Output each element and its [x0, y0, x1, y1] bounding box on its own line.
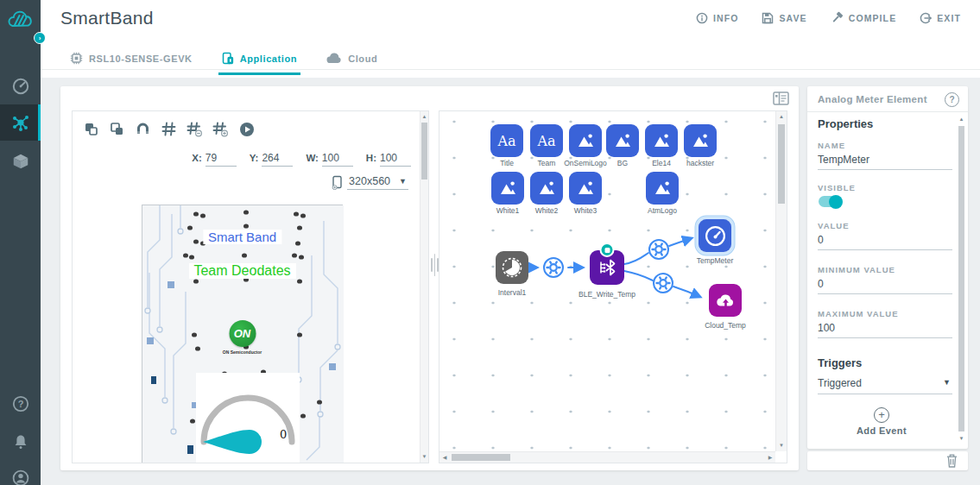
properties-scrollbar[interactable]: ▲ ▼	[958, 115, 965, 444]
compile-icon	[831, 11, 844, 24]
w-field-input[interactable]: 100	[322, 152, 353, 167]
node-label: BLE_Write_Temp	[577, 290, 637, 299]
element-node-ele14[interactable]	[645, 124, 678, 157]
node-editor-canvas[interactable]: Aa Title Aa Team OnSemiLogo BG Ele14 hac…	[439, 110, 787, 463]
element-node-white2[interactable]	[530, 172, 563, 205]
interval-clock-icon	[501, 256, 523, 279]
element-node-atmlogo[interactable]	[646, 172, 679, 205]
page-title: SmartBand	[60, 8, 154, 28]
scroll-down-arrow[interactable]: ▼	[958, 434, 965, 444]
ui-designer-panel: X:79 Y:264 W:100 H:100 320x560▼	[72, 110, 429, 463]
bluetooth-icon	[596, 256, 618, 279]
element-node-hackster[interactable]	[684, 124, 717, 157]
scroll-down-arrow[interactable]: ▼	[776, 441, 787, 450]
help-icon[interactable]: ?	[945, 92, 959, 107]
device-size-value: 320x560	[349, 175, 390, 187]
sidebar-expand-badge[interactable]: ›	[34, 32, 46, 44]
send-backward-icon[interactable]	[109, 121, 125, 137]
snap-magnet-icon[interactable]	[135, 121, 151, 137]
minimum-value-label: MINIMUM VALUE	[818, 265, 895, 274]
header-actions: INFO SAVE COMPILE EXIT	[696, 11, 961, 24]
flow-node-ble-write-temp[interactable]	[590, 250, 624, 285]
name-field-input[interactable]: TempMeter	[818, 154, 952, 170]
node-label: hackster	[670, 159, 730, 167]
header: SmartBand INFO SAVE COMPILE	[41, 0, 980, 78]
element-node-white1[interactable]	[491, 172, 524, 205]
maximum-value-input[interactable]: 100	[818, 322, 952, 338]
scrollbar-thumb[interactable]	[778, 124, 785, 204]
node-label: AtmLogo	[632, 206, 692, 215]
element-node-onsemilogo[interactable]	[569, 124, 602, 157]
scroll-right-arrow[interactable]: ▶	[765, 452, 775, 463]
image-icon	[690, 130, 711, 151]
preview-app-title[interactable]: Smart Band	[203, 230, 281, 244]
w-field-label: W:	[306, 153, 318, 163]
info-button[interactable]: INFO	[696, 11, 738, 24]
panel-splitter-handle[interactable]	[431, 250, 439, 280]
designer-scrollbar[interactable]: ▲ ▼	[420, 111, 428, 463]
compile-button[interactable]: COMPILE	[831, 11, 897, 24]
chevron-down-icon: ▼	[399, 177, 407, 186]
panel-layout-toggle-icon[interactable]	[773, 91, 792, 108]
flow-node-interval1[interactable]	[496, 251, 528, 284]
scroll-up-arrow[interactable]: ▲	[958, 115, 965, 124]
node-editor-horizontal-scrollbar[interactable]: ◀ ▶	[439, 451, 775, 463]
grid-icon[interactable]	[161, 121, 177, 137]
meter-value-label: 0	[280, 428, 287, 441]
node-label: TempMeter	[685, 256, 745, 265]
preview-team-name[interactable]: Team Deodates	[188, 263, 295, 279]
x-field-input[interactable]: 79	[205, 152, 237, 167]
analog-meter-widget[interactable]: 0	[196, 373, 300, 463]
scroll-down-arrow[interactable]: ▼	[420, 452, 428, 462]
scroll-up-arrow[interactable]: ▲	[776, 112, 787, 122]
trigger-select[interactable]: Triggered ▼	[818, 377, 952, 394]
flow-node-cloud-temp[interactable]	[709, 284, 742, 317]
sidebar-item-account[interactable]	[0, 461, 41, 485]
app-preview-canvas[interactable]: Smart Band Team Deodates ON ON Semicondu…	[142, 205, 343, 463]
node-editor-vertical-scrollbar[interactable]: ▲ ▼	[775, 111, 787, 451]
y-field-input[interactable]: 264	[262, 152, 293, 167]
sidebar-item-notifications[interactable]	[0, 425, 41, 459]
tab-rsl10-sense-gevk[interactable]: RSL10-SENSE-GEVK	[66, 47, 196, 75]
sidebar-item-help[interactable]: ?	[0, 387, 41, 421]
scroll-left-arrow[interactable]: ◀	[439, 452, 450, 463]
save-button[interactable]: SAVE	[762, 11, 806, 24]
on-semiconductor-logo[interactable]: ON	[229, 320, 256, 347]
element-node-white3[interactable]	[569, 172, 602, 205]
visible-toggle[interactable]	[819, 196, 842, 207]
h-field-input[interactable]: 100	[380, 152, 411, 167]
scrollbar-thumb[interactable]	[958, 126, 964, 431]
properties-panel-header: Analog Meter Element ?	[807, 86, 968, 112]
element-node-title[interactable]: Aa	[490, 124, 523, 157]
tab-application[interactable]: Application	[218, 47, 301, 75]
element-actions-bar	[807, 451, 968, 470]
node-label: Cloud_Temp	[695, 321, 756, 330]
sidebar-item-dashboard[interactable]	[0, 69, 41, 104]
element-node-team[interactable]: Aa	[530, 124, 563, 157]
scroll-up-arrow[interactable]: ▲	[420, 112, 428, 122]
scrollbar-thumb[interactable]	[452, 454, 510, 461]
image-icon	[575, 178, 596, 198]
add-event-button[interactable]: + Add Event	[807, 407, 956, 436]
scrollbar-thumb[interactable]	[421, 123, 427, 180]
device-size-select[interactable]: 320x560▼	[332, 175, 408, 190]
sidebar-item-packages[interactable]	[0, 144, 41, 179]
grid-increase-icon[interactable]	[212, 121, 229, 137]
exit-button[interactable]: EXIT	[920, 11, 961, 24]
tab-bar: RSL10-SENSE-GEVK Application Cloud	[66, 47, 381, 75]
app-cloud-logo-icon[interactable]	[5, 8, 35, 32]
play-preview-icon[interactable]	[238, 121, 255, 137]
plus-circle-icon: +	[874, 407, 889, 423]
tab-cloud[interactable]: Cloud	[323, 47, 381, 75]
minimum-value-input[interactable]: 0	[818, 278, 952, 294]
element-node-bg[interactable]	[606, 124, 639, 157]
value-field-input[interactable]: 0	[818, 234, 952, 250]
delete-element-button[interactable]	[946, 454, 958, 468]
grid-decrease-icon[interactable]	[187, 121, 203, 137]
bring-forward-icon[interactable]	[83, 121, 99, 137]
exit-icon	[920, 12, 932, 24]
sidebar-item-node-editor[interactable]	[0, 104, 41, 141]
flow-node-tempmeter[interactable]	[699, 219, 731, 252]
node-graph-icon	[10, 112, 31, 133]
chip-icon	[70, 52, 83, 65]
